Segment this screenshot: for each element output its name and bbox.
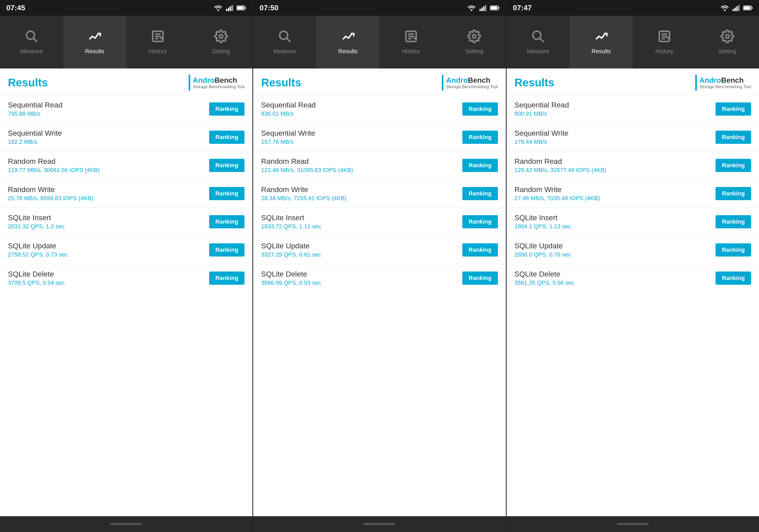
ranking-button[interactable]: Ranking [209,215,245,228]
nav-label-setting: Setting [465,48,483,55]
results-title: Results [261,76,301,89]
chart-icon [88,29,101,45]
bench-name: SQLite Update [8,242,68,250]
nav-item-measure[interactable]: Measure [507,16,570,68]
content-area: Results AndroBench Storage Benchmarking … [507,68,759,516]
svg-point-27 [472,35,476,38]
nav-item-measure[interactable]: Measure [253,16,316,68]
bench-info: Random Write 27.48 MB/s, 7035.49 IOPS (4… [514,185,600,202]
bench-value: 2650.0 QPS, 0.76 sec [514,251,571,258]
bench-name: Random Write [514,185,600,194]
search-icon [278,29,292,45]
content-area: Results AndroBench Storage Benchmarking … [253,68,505,516]
bench-row: Random Read 128.42 MB/s, 32877.49 IOPS (… [507,151,759,180]
ranking-button[interactable]: Ranking [462,159,498,172]
bench-name: Sequential Read [261,101,316,109]
ranking-button[interactable]: Ranking [209,187,245,200]
ranking-button[interactable]: Ranking [209,102,245,116]
bench-value: 25.78 MB/s, 6599.83 IOPS (4KB) [8,195,93,202]
ranking-button[interactable]: Ranking [716,131,751,144]
history-icon [151,29,165,45]
nav-item-measure[interactable]: Measure [0,16,63,68]
logo-sub: Storage Benchmarking Tool [193,85,245,89]
ranking-button[interactable]: Ranking [716,243,751,256]
nav-label-results: Results [591,48,611,55]
nav-item-setting[interactable]: Setting [696,16,759,68]
svg-line-22 [287,38,291,42]
battery-icon [490,5,499,11]
androbench-logo: AndroBench Storage Benchmarking Tool [189,75,245,91]
bench-info: Random Read 121.46 MB/s, 31095.63 IOPS (… [261,157,353,173]
ranking-button[interactable]: Ranking [209,272,245,285]
bench-info: SQLite Insert 2031.32 QPS, 1.0 sec [8,213,64,230]
bench-value: 800.91 MB/s [514,110,569,117]
bench-info: SQLite Update 2758.52 QPS, 0.73 sec [8,242,68,258]
signal-icon [226,5,233,11]
bench-row: SQLite Update 3327.29 QPS, 0.61 sec Rank… [253,236,505,264]
ranking-button[interactable]: Ranking [209,243,245,256]
svg-rect-29 [735,8,736,11]
ranking-button[interactable]: Ranking [716,159,751,172]
bench-name: Sequential Write [514,129,569,137]
svg-rect-33 [744,6,750,10]
content-area: Results AndroBench Storage Benchmarking … [0,68,252,516]
bench-info: Random Read 128.42 MB/s, 32877.49 IOPS (… [514,157,607,173]
ranking-button[interactable]: Ranking [462,187,498,200]
bench-row: Sequential Read 800.91 MB/s Ranking [507,95,759,123]
svg-rect-15 [481,8,483,11]
nav-item-results[interactable]: Results [570,16,633,68]
nav-item-history[interactable]: History [633,16,696,68]
svg-rect-2 [230,6,231,11]
ranking-button[interactable]: Ranking [462,243,498,256]
svg-rect-6 [245,7,246,9]
bench-value: 3886.99 QPS, 0.53 sec [261,280,321,286]
ranking-button[interactable]: Ranking [209,131,245,144]
nav-item-results[interactable]: Results [316,16,380,68]
bench-name: Random Read [514,157,607,166]
bottom-bar [253,516,505,532]
svg-point-7 [26,31,34,39]
ranking-button[interactable]: Ranking [462,102,498,116]
ranking-button[interactable]: Ranking [716,215,751,228]
svg-rect-20 [499,7,499,9]
bench-row: Random Read 121.46 MB/s, 31095.63 IOPS (… [253,151,505,180]
ranking-button[interactable]: Ranking [462,215,498,228]
svg-rect-31 [738,5,739,11]
status-bar: 07:50 [253,0,505,16]
nav-label-results: Results [338,48,357,55]
nav-item-results[interactable]: Results [63,16,127,68]
nav-label-measure: Measure [20,48,43,55]
bench-info: SQLite Delete 3561.35 QPS, 0.56 sec [514,270,575,286]
bench-info: Sequential Read 795.88 MB/s [8,101,62,117]
svg-line-36 [540,38,544,42]
logo-bar [442,75,443,91]
ranking-button[interactable]: Ranking [716,272,751,285]
bench-name: SQLite Insert [8,213,64,222]
bench-value: 121.46 MB/s, 31095.63 IOPS (4KB) [261,167,353,173]
nav-item-history[interactable]: History [380,16,443,68]
nav-item-history[interactable]: History [126,16,189,68]
nav-item-setting[interactable]: Setting [189,16,253,68]
bench-name: Random Write [8,185,93,194]
svg-rect-0 [226,9,227,11]
bench-row: SQLite Update 2650.0 QPS, 0.76 sec Ranki… [507,236,759,264]
ranking-button[interactable]: Ranking [716,187,751,200]
ranking-button[interactable]: Ranking [462,272,498,285]
svg-rect-1 [228,8,229,11]
ranking-button[interactable]: Ranking [462,131,498,144]
history-icon [658,29,671,45]
bench-value: 2758.52 QPS, 0.73 sec [8,251,68,258]
gear-icon [721,29,734,45]
logo-text: AndroBench Storage Benchmarking Tool [699,76,751,89]
bench-name: Sequential Read [514,101,569,109]
bench-value: 3327.29 QPS, 0.61 sec [261,251,321,258]
bench-list: Sequential Read 800.91 MB/s Ranking Sequ… [507,95,759,516]
wifi-icon [214,5,223,11]
ranking-button[interactable]: Ranking [716,102,751,116]
ranking-button[interactable]: Ranking [209,159,245,172]
nav-item-setting[interactable]: Setting [443,16,506,68]
bench-value: 1833.72 QPS, 1.11 sec [261,223,321,230]
bench-value: 179.44 MB/s [514,138,569,145]
bench-row: SQLite Delete 3561.35 QPS, 0.56 sec Rank… [507,264,759,292]
svg-rect-17 [485,5,486,11]
